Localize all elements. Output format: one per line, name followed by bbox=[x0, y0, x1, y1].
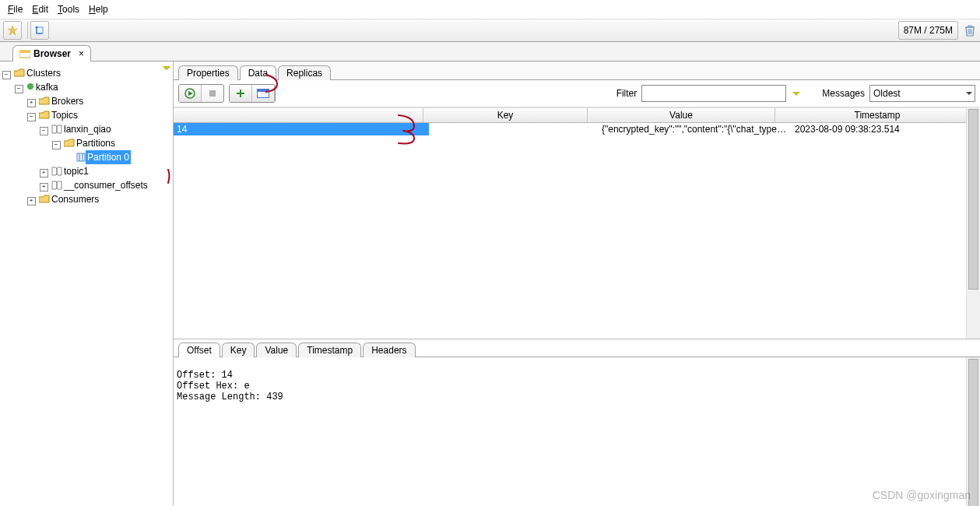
folder-open-icon bbox=[14, 69, 25, 78]
spark-button[interactable] bbox=[3, 21, 22, 40]
play-icon bbox=[184, 88, 195, 99]
grid-header: Key Value Timestamp bbox=[174, 107, 980, 123]
status-dot-icon bbox=[26, 80, 34, 94]
tree-topics[interactable]: Topics bbox=[50, 108, 79, 122]
twist-topic1[interactable]: + bbox=[40, 169, 48, 177]
add-button[interactable] bbox=[230, 85, 252, 102]
tab-timestamp[interactable]: Timestamp bbox=[298, 343, 361, 357]
twist-kafka[interactable]: − bbox=[15, 85, 23, 93]
tab-browser[interactable]: Browser × bbox=[12, 45, 91, 61]
tree-lanxin[interactable]: lanxin_qiao bbox=[62, 122, 113, 136]
svg-rect-10 bbox=[258, 92, 269, 97]
trash-button[interactable] bbox=[963, 23, 977, 37]
svg-rect-4 bbox=[77, 153, 85, 161]
memory-indicator[interactable]: 87M / 275M bbox=[898, 21, 958, 40]
tab-data[interactable]: Data bbox=[240, 65, 276, 80]
twist-consumers[interactable]: + bbox=[27, 197, 36, 206]
tree-topic1[interactable]: topic1 bbox=[62, 164, 90, 178]
filter-apply-icon[interactable] bbox=[791, 88, 802, 99]
twist-coff[interactable]: + bbox=[40, 183, 48, 192]
toolbar-separator bbox=[27, 22, 28, 39]
refresh-icon bbox=[34, 25, 45, 36]
tab-headers[interactable]: Headers bbox=[363, 343, 415, 357]
close-icon[interactable]: × bbox=[79, 48, 84, 59]
menu-edit[interactable]: Edit bbox=[27, 2, 53, 16]
tab-value[interactable]: Value bbox=[256, 343, 297, 357]
tree-partition0[interactable]: Partition 0 bbox=[86, 150, 131, 164]
filter-label: Filter bbox=[616, 88, 638, 99]
tree: − Clusters − kafka + Brokers − Topics − … bbox=[0, 61, 173, 208]
detail-tabstrip: Offset Key Value Timestamp Headers bbox=[174, 339, 980, 357]
grid-scrollbar[interactable] bbox=[966, 107, 980, 339]
chevron-down-icon bbox=[965, 90, 973, 97]
play-button[interactable] bbox=[179, 85, 202, 102]
twist-topics[interactable]: − bbox=[27, 113, 36, 121]
outer-tabstrip: Browser × bbox=[0, 42, 980, 61]
tree-consumer-offsets[interactable]: __consumer_offsets bbox=[62, 178, 149, 192]
data-toolbar: Add Single Message Add Multiple Messages… bbox=[174, 80, 980, 107]
tree-partitions[interactable]: Partitions bbox=[75, 136, 117, 150]
col-value[interactable]: Value bbox=[588, 108, 775, 122]
twist-clusters[interactable]: − bbox=[2, 71, 11, 79]
detail-scrollbar[interactable] bbox=[966, 357, 980, 506]
svg-rect-2 bbox=[19, 51, 30, 53]
tab-properties[interactable]: Properties bbox=[178, 65, 238, 80]
col-key[interactable]: Key bbox=[423, 108, 588, 122]
tab-offset[interactable]: Offset bbox=[178, 343, 220, 357]
folder-open-icon bbox=[64, 139, 75, 148]
menu-tools[interactable]: Tools bbox=[53, 2, 84, 16]
tree-kafka[interactable]: kafka bbox=[34, 80, 60, 94]
detail-line2: Offset Hex: e bbox=[177, 381, 250, 392]
show-headers-button[interactable] bbox=[252, 85, 275, 102]
messages-select[interactable]: Oldest bbox=[869, 85, 975, 102]
cell-offset: 14 bbox=[174, 123, 429, 135]
topic-icon bbox=[51, 181, 62, 190]
menu-help[interactable]: Help bbox=[84, 2, 113, 16]
tree-consumers[interactable]: Consumers bbox=[50, 192, 100, 206]
content-pane: Properties Data Replicas Add Single Mess… bbox=[174, 61, 980, 506]
svg-point-0 bbox=[36, 26, 38, 29]
folder-icon bbox=[39, 97, 50, 106]
svg-rect-8 bbox=[209, 90, 216, 97]
cell-value: {"encrypted_key":"","content":"{\"chat_t… bbox=[599, 123, 792, 135]
svg-point-3 bbox=[27, 83, 33, 90]
folder-open-icon bbox=[39, 111, 50, 120]
menu-file[interactable]: File bbox=[3, 2, 27, 16]
tab-key[interactable]: Key bbox=[222, 343, 255, 357]
twist-partitions[interactable]: − bbox=[52, 141, 61, 149]
add-group: Add Single Message Add Multiple Messages bbox=[229, 84, 276, 103]
messages-label: Messages bbox=[822, 88, 865, 99]
refresh-button[interactable] bbox=[30, 21, 49, 40]
messages-grid: Key Value Timestamp 14 {"encrypted_key":… bbox=[174, 107, 980, 339]
filter-input[interactable] bbox=[641, 85, 786, 102]
tree-brokers[interactable]: Brokers bbox=[50, 94, 85, 108]
col-blank[interactable] bbox=[174, 108, 423, 122]
cell-key bbox=[429, 123, 599, 135]
topic-icon bbox=[51, 125, 62, 134]
trash-icon bbox=[964, 24, 975, 37]
spark-icon bbox=[7, 25, 18, 36]
tab-replicas-label: Replicas bbox=[286, 68, 322, 79]
partition-icon bbox=[76, 153, 86, 162]
browser-tab-icon bbox=[19, 49, 30, 58]
table-row[interactable]: 14 {"encrypted_key":"","content":"{\"cha… bbox=[174, 123, 980, 135]
detail-pane[interactable]: Offset: 14 Offset Hex: e Message Length:… bbox=[174, 357, 980, 506]
detail-line1: Offset: 14 bbox=[177, 370, 233, 381]
tree-clusters[interactable]: Clusters bbox=[25, 66, 62, 80]
stop-button[interactable] bbox=[202, 85, 223, 102]
topic-icon bbox=[51, 167, 62, 176]
tab-replicas[interactable]: Replicas bbox=[278, 65, 331, 80]
cell-ts: 2023-08-09 09:38:23.514 bbox=[792, 123, 980, 135]
tab-properties-label: Properties bbox=[187, 68, 230, 79]
twist-brokers[interactable]: + bbox=[27, 99, 36, 107]
sidebar-menu-icon[interactable] bbox=[162, 63, 171, 75]
sidebar: − Clusters − kafka + Brokers − Topics − … bbox=[0, 61, 174, 506]
table-icon bbox=[257, 89, 269, 98]
memory-text: 87M / 275M bbox=[904, 25, 953, 36]
run-group bbox=[178, 84, 224, 103]
col-timestamp[interactable]: Timestamp bbox=[775, 108, 980, 122]
twist-lanxin[interactable]: − bbox=[40, 127, 48, 135]
main-toolbar: 87M / 275M bbox=[0, 19, 980, 42]
folder-icon bbox=[39, 195, 50, 204]
tab-data-label: Data bbox=[248, 68, 268, 79]
